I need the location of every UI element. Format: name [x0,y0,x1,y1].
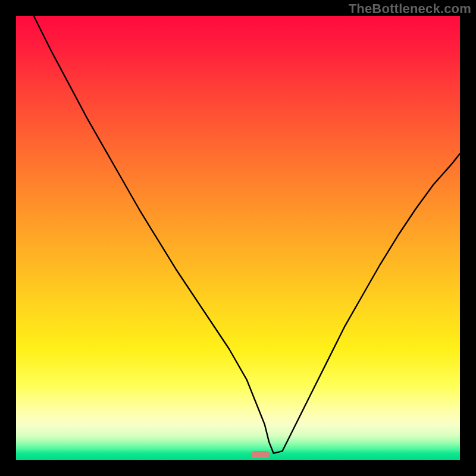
bottleneck-curve [34,16,460,453]
watermark-text: TheBottleneck.com [349,1,471,17]
curve-svg [16,16,460,460]
chart-frame: TheBottleneck.com [0,0,476,476]
plot-area [16,16,460,460]
optimum-marker [251,451,270,458]
